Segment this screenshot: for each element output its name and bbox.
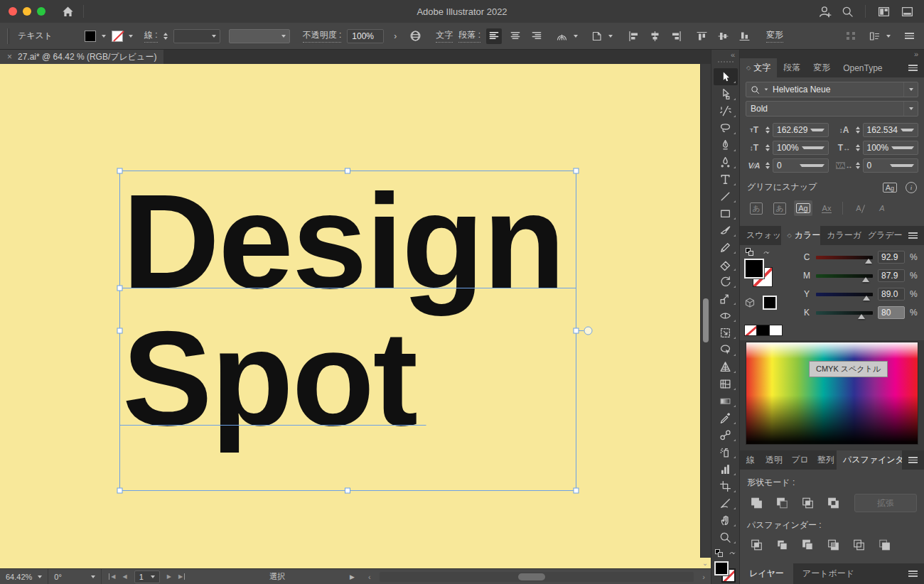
vertical-scale-stepper[interactable] bbox=[765, 144, 770, 151]
channel-slider-thumb[interactable] bbox=[865, 259, 872, 264]
stroke-color-swatch[interactable] bbox=[112, 31, 123, 42]
white-swatch[interactable] bbox=[770, 325, 783, 336]
divide-button[interactable] bbox=[747, 536, 766, 553]
pencil-tool-icon[interactable] bbox=[714, 239, 738, 256]
bottom-tab[interactable]: アートボード bbox=[793, 563, 864, 584]
mini-fill-stroke-icon[interactable] bbox=[746, 248, 753, 256]
tools-panel-grip[interactable] bbox=[718, 61, 734, 65]
outline-button[interactable] bbox=[849, 536, 869, 553]
swap-colors-icon[interactable] bbox=[762, 248, 770, 256]
snap-glyph-bounds-button[interactable]: Ag bbox=[794, 200, 812, 216]
fill-swatch[interactable] bbox=[744, 259, 764, 279]
none-swatch[interactable] bbox=[744, 325, 757, 336]
vertical-align-top-button[interactable] bbox=[694, 28, 709, 44]
arrange-documents-icon[interactable] bbox=[869, 31, 881, 42]
swap-fill-stroke-icon[interactable] bbox=[728, 548, 736, 557]
gradient-tool-icon[interactable] bbox=[714, 392, 738, 409]
tracking-stepper[interactable] bbox=[856, 162, 860, 169]
eyedropper-tool-icon[interactable] bbox=[714, 409, 738, 426]
cmyk-spectrum[interactable]: CMYK スペクトル bbox=[746, 342, 918, 445]
collapse-panels-chevron[interactable]: » bbox=[740, 50, 924, 58]
touch-workspace-icon[interactable] bbox=[901, 6, 914, 18]
canvas[interactable]: Design Spot ⌄ bbox=[0, 64, 711, 568]
line-segment-tool-icon[interactable] bbox=[714, 188, 738, 205]
snap-em-box-button[interactable]: あ bbox=[747, 200, 765, 216]
fill-swatch[interactable] bbox=[714, 561, 729, 575]
rectangle-tool-icon[interactable] bbox=[714, 205, 738, 222]
channel-slider-thumb[interactable] bbox=[863, 296, 870, 301]
horizontal-scale-stepper[interactable] bbox=[856, 144, 860, 151]
stroke-weight-label[interactable]: 線 : bbox=[144, 29, 158, 43]
direct-selection-tool-icon[interactable] bbox=[714, 85, 738, 102]
channel-value-field[interactable]: 80 bbox=[878, 306, 905, 319]
channel-slider[interactable] bbox=[816, 256, 873, 259]
control-bar-grip[interactable] bbox=[7, 28, 9, 44]
channel-slider[interactable] bbox=[816, 274, 873, 278]
fill-dropdown-icon[interactable] bbox=[102, 35, 106, 38]
account-icon[interactable] bbox=[818, 5, 832, 18]
channel-value-field[interactable]: 87.9 bbox=[878, 269, 905, 282]
horizontal-scale-value[interactable]: 100% bbox=[863, 141, 919, 155]
arrange-documents-dropdown-icon[interactable] bbox=[886, 35, 891, 38]
free-transform-tool-icon[interactable] bbox=[714, 324, 738, 341]
width-tool-icon[interactable] bbox=[714, 307, 738, 324]
last-artboard-icon[interactable]: ▶ bbox=[178, 573, 185, 580]
snap-to-glyph-icon[interactable]: Ag bbox=[883, 183, 897, 193]
horizontal-align-center-button[interactable] bbox=[647, 28, 662, 44]
close-window-button[interactable] bbox=[9, 7, 17, 16]
transform-panel-link[interactable]: 変形 bbox=[766, 29, 783, 43]
trim-button[interactable] bbox=[773, 536, 792, 553]
snap-slash-button[interactable]: A bbox=[849, 200, 868, 216]
magic-wand-tool-icon[interactable] bbox=[714, 102, 738, 119]
zoom-window-button[interactable] bbox=[37, 7, 45, 16]
snap-baseline-button[interactable]: あ bbox=[770, 200, 789, 216]
zoom-level-combo[interactable]: 64.42% bbox=[0, 569, 48, 584]
minus-front-button[interactable] bbox=[773, 494, 792, 512]
bottom-tab[interactable]: レイヤー bbox=[740, 563, 793, 584]
character-tab[interactable]: OpenType bbox=[837, 58, 888, 77]
vertical-align-middle-button[interactable] bbox=[715, 28, 731, 44]
home-icon[interactable] bbox=[61, 5, 75, 18]
column-graph-tool-icon[interactable] bbox=[714, 460, 738, 477]
font-style-dropdown-icon[interactable] bbox=[909, 107, 913, 110]
opacity-expand-icon[interactable]: › bbox=[390, 29, 401, 43]
font-style-combo[interactable]: Bold bbox=[746, 101, 918, 117]
minimize-window-button[interactable] bbox=[23, 7, 31, 16]
channel-value-field[interactable]: 92.9 bbox=[878, 251, 905, 264]
align-left-button[interactable] bbox=[486, 28, 502, 44]
merge-button[interactable] bbox=[798, 536, 817, 553]
minus-back-button[interactable] bbox=[875, 536, 894, 553]
pen-tool-icon[interactable] bbox=[714, 136, 738, 153]
panel-menu-icon[interactable] bbox=[902, 226, 924, 245]
hand-tool-icon[interactable] bbox=[714, 512, 738, 529]
slice-tool-icon[interactable] bbox=[714, 494, 738, 512]
crop-button[interactable] bbox=[824, 536, 843, 553]
pathfinder-tab[interactable]: 整列 bbox=[811, 450, 837, 470]
pathfinder-tab[interactable]: パスファインダー bbox=[837, 450, 902, 470]
font-size-value[interactable]: 162.629 bbox=[773, 123, 829, 137]
kerning-stepper[interactable] bbox=[765, 162, 770, 169]
expand-button[interactable]: 拡張 bbox=[854, 494, 917, 512]
horizontal-scrollbar-thumb[interactable] bbox=[518, 573, 545, 580]
stroke-weight-combo[interactable] bbox=[173, 29, 220, 43]
vertical-scale-value[interactable]: 100% bbox=[773, 141, 829, 155]
vertical-align-bottom-button[interactable] bbox=[736, 28, 752, 44]
scroll-left-icon[interactable]: ‹ bbox=[368, 573, 371, 581]
envelope-dropdown-icon[interactable] bbox=[574, 35, 578, 38]
unite-button[interactable] bbox=[747, 494, 766, 512]
horizontal-scrollbar[interactable] bbox=[380, 572, 694, 582]
character-tab[interactable]: ◇文字 bbox=[740, 58, 777, 77]
blend-tool-icon[interactable] bbox=[714, 426, 738, 443]
document-setup-dropdown-icon[interactable] bbox=[608, 35, 613, 38]
tracking-value[interactable]: 0 bbox=[863, 158, 919, 173]
next-artboard-icon[interactable]: ▶ bbox=[167, 573, 171, 580]
artboard-number-combo[interactable]: 1 bbox=[134, 571, 160, 583]
kerning-value[interactable]: 0 bbox=[773, 158, 829, 173]
font-family-dropdown-icon[interactable] bbox=[909, 88, 913, 91]
font-size-stepper[interactable] bbox=[765, 126, 770, 134]
character-tab[interactable]: 変形 bbox=[807, 58, 837, 77]
document-setup-icon[interactable] bbox=[591, 31, 603, 42]
stroke-weight-stepper[interactable] bbox=[163, 33, 168, 40]
black-swatch[interactable] bbox=[757, 325, 770, 336]
mini-fill-stroke-icon[interactable] bbox=[715, 549, 723, 557]
